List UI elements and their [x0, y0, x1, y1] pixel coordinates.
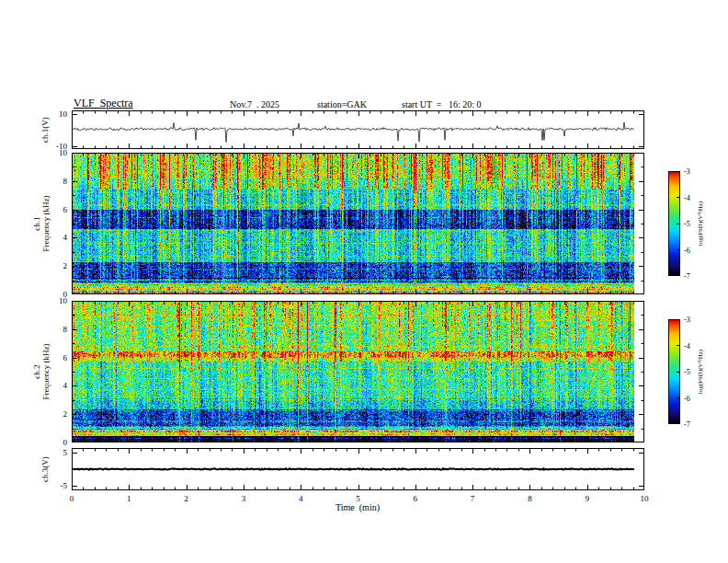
- tick-label: 10: [641, 494, 649, 503]
- tick-label: 3: [242, 494, 246, 503]
- tick-label: 7: [471, 494, 475, 503]
- tick-label: 8: [63, 177, 68, 186]
- tick-label: 4: [299, 494, 303, 503]
- date-label: Nov.7 . 2025: [230, 99, 279, 109]
- tick-label: -5: [61, 481, 68, 490]
- ch1-frequency-axis-label-line1: ch.1: [32, 195, 41, 251]
- tick-label: 4: [63, 233, 68, 242]
- tick-label: 1: [127, 494, 131, 503]
- ch1-colorbar: [668, 171, 680, 276]
- ch2-frequency-axis-label: ch.2 Frequency (kHz): [32, 343, 51, 399]
- station-label: station=GAK: [317, 99, 367, 109]
- tick-label: 9: [585, 494, 589, 503]
- tick-label: 6: [63, 205, 68, 214]
- ch1-voltage-axis-label: ch.1(V): [40, 117, 50, 143]
- tick-label: -6: [684, 246, 690, 254]
- figure-title: VLF Spectra: [74, 97, 133, 110]
- tick-label: 2: [63, 409, 68, 419]
- tick-label: 0: [63, 438, 68, 447]
- ch3-voltage-axis-label: ch.3(V): [40, 456, 50, 482]
- tick-label: 8: [528, 494, 532, 503]
- tick-label: -7: [684, 420, 690, 429]
- ch1-waveform-plot: [72, 110, 644, 149]
- tick-label: 10: [59, 109, 67, 119]
- tick-label: 10: [59, 148, 67, 157]
- tick-label: -4: [684, 193, 690, 201]
- tick-label: 4: [63, 381, 68, 390]
- ch3-waveform-plot: [72, 448, 644, 490]
- tick-label: -5: [684, 220, 690, 228]
- tick-label: -6: [684, 394, 690, 402]
- tick-label: -5: [684, 368, 690, 376]
- tick-label: -4: [684, 341, 690, 350]
- ch2-spectrogram-plot: [72, 301, 644, 442]
- start-ut-label: start UT = 16: 20: 0: [402, 99, 482, 109]
- ch1-spectrogram-plot: [72, 153, 644, 294]
- tick-label: 2: [184, 494, 188, 503]
- ch2-frequency-axis-label-line2: Frequency (kHz): [41, 343, 51, 399]
- tick-label: -3: [684, 316, 690, 324]
- time-axis-label: Time (min): [336, 502, 380, 512]
- tick-label: 0: [70, 494, 74, 503]
- ch1-colorbar-label: log(PSD)(V²/Hz): [697, 201, 704, 246]
- ch1-frequency-axis-label-line2: Frequency (kHz): [41, 195, 51, 251]
- tick-label: 8: [63, 325, 68, 334]
- ch2-frequency-axis-label-line1: ch.2: [32, 343, 41, 399]
- tick-label: 10: [59, 296, 67, 305]
- tick-label: -7: [684, 272, 690, 281]
- ch2-colorbar: [668, 319, 680, 424]
- tick-label: 6: [414, 494, 418, 503]
- tick-label: 6: [63, 353, 68, 362]
- tick-label: -3: [684, 167, 690, 176]
- tick-label: 5: [63, 448, 68, 457]
- tick-label: 2: [63, 261, 68, 270]
- ch2-colorbar-label: log(PSD)(V²/Hz): [697, 350, 704, 394]
- vlf-spectra-figure: VLF Spectra Nov.7 . 2025 station=GAK sta…: [0, 0, 728, 563]
- ch1-frequency-axis-label: ch.1 Frequency (kHz): [32, 195, 51, 251]
